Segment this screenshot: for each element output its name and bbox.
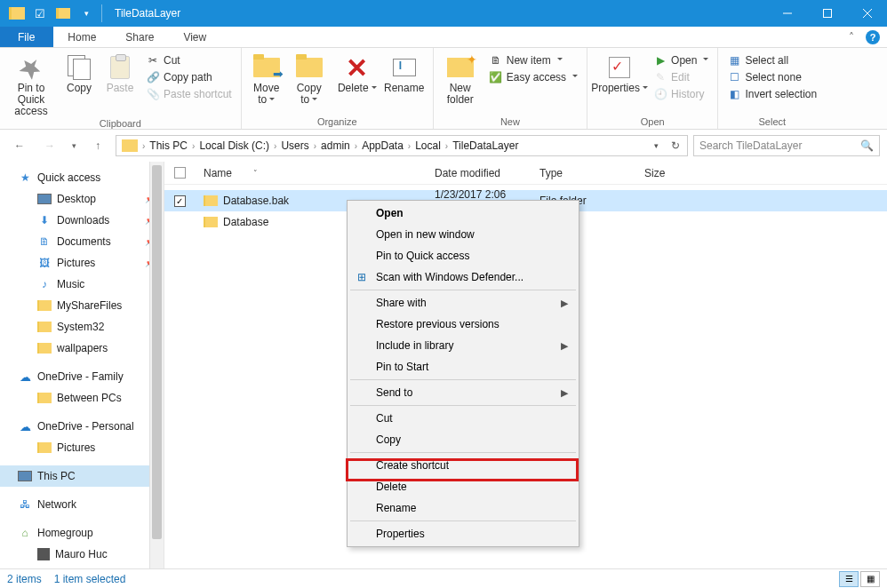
sidebar-item-mysharefiles[interactable]: MyShareFiles <box>0 295 164 316</box>
copy-path-button[interactable]: 🔗Copy path <box>146 70 232 84</box>
collapse-ribbon-icon[interactable]: ˄ <box>843 27 860 48</box>
column-header-size[interactable]: Size <box>635 162 698 184</box>
tab-share[interactable]: Share <box>111 27 169 47</box>
tab-file[interactable]: File <box>0 27 53 47</box>
column-header-type[interactable]: Type <box>531 162 635 184</box>
view-details-button[interactable]: ☰ <box>839 571 859 587</box>
copy-to-button[interactable]: Copy to <box>288 50 331 106</box>
tab-home[interactable]: Home <box>53 27 111 47</box>
address-history-dropdown[interactable]: ▾ <box>646 136 666 155</box>
sidebar-item-system32[interactable]: System32 <box>0 316 164 338</box>
ctx-restore-previous[interactable]: Restore previous versions <box>349 314 577 335</box>
easy-access-button[interactable]: ✅Easy access <box>489 70 578 84</box>
ctx-pin-start[interactable]: Pin to Start <box>349 356 577 377</box>
sidebar-item-documents[interactable]: 🗎Documents📌 <box>0 231 164 252</box>
folder-icon <box>37 391 52 405</box>
header-checkbox[interactable] <box>164 167 195 179</box>
user-icon <box>37 548 50 560</box>
ctx-open-new-window[interactable]: Open in new window <box>349 224 577 245</box>
column-header-name[interactable]: Name˅ <box>195 162 426 184</box>
minimize-button[interactable] <box>767 0 807 27</box>
view-large-icons-button[interactable]: ▦ <box>860 571 880 587</box>
ctx-open[interactable]: Open <box>349 203 577 224</box>
qat-new-folder-icon[interactable] <box>52 1 75 26</box>
crumb-users[interactable]: Users <box>277 139 312 152</box>
paste-shortcut-button[interactable]: 📎Paste shortcut <box>146 87 232 101</box>
edit-button[interactable]: ✎Edit <box>653 70 708 84</box>
properties-button[interactable]: Properties <box>591 50 648 94</box>
ctx-scan-defender[interactable]: ⊞Scan with Windows Defender... <box>349 266 577 288</box>
help-button[interactable]: ? <box>864 27 882 48</box>
row-checkbox[interactable] <box>174 217 186 228</box>
group-label-select: Select <box>722 115 822 129</box>
ctx-cut[interactable]: Cut <box>349 408 577 429</box>
qat-folder-icon[interactable] <box>5 1 28 26</box>
ctx-pin-quick-access[interactable]: Pin to Quick access <box>349 245 577 266</box>
cut-button[interactable]: ✂Cut <box>146 53 232 68</box>
search-input[interactable]: Search TileDataLayer 🔍 <box>693 135 880 156</box>
crumb-admin[interactable]: admin <box>317 139 354 152</box>
delete-button[interactable]: ✕ Delete <box>335 50 380 94</box>
row-checkbox[interactable]: ✓ <box>174 195 186 207</box>
ctx-copy[interactable]: Copy <box>349 429 577 450</box>
ctx-create-shortcut[interactable]: Create shortcut <box>349 455 577 476</box>
invert-selection-button[interactable]: ◧Invert selection <box>727 87 817 101</box>
sidebar-item-pictures[interactable]: 🖼Pictures📌 <box>0 252 164 274</box>
select-none-button[interactable]: ☐Select none <box>727 70 817 84</box>
ctx-share-with[interactable]: Share with▶ <box>349 292 577 314</box>
paste-icon <box>110 56 130 79</box>
refresh-button[interactable]: ↻ <box>666 136 685 155</box>
rename-button[interactable]: Rename <box>380 50 429 94</box>
close-button[interactable] <box>847 0 887 27</box>
copy-button[interactable]: Copy <box>59 50 100 94</box>
select-all-button[interactable]: ▦Select all <box>727 53 817 68</box>
music-icon: ♪ <box>37 277 52 291</box>
sidebar-item-music[interactable]: ♪Music <box>0 274 164 295</box>
ctx-rename[interactable]: Rename <box>349 497 577 519</box>
pin-to-quick-access-button[interactable]: Pin to Quick access <box>4 50 59 117</box>
ctx-include-library[interactable]: Include in library▶ <box>349 335 577 356</box>
sidebar-onedrive-family[interactable]: ☁OneDrive - Family <box>0 366 164 387</box>
sidebar-homegroup[interactable]: ⌂Homegroup <box>0 522 164 544</box>
onedrive-icon: ☁ <box>18 419 32 433</box>
ctx-properties[interactable]: Properties <box>349 523 577 544</box>
recent-locations-dropdown[interactable]: ▾ <box>68 133 80 158</box>
sidebar-quick-access[interactable]: ★Quick access <box>0 167 164 188</box>
address-bar[interactable]: › This PC› Local Disk (C:)› Users› admin… <box>116 135 688 156</box>
path-icon: 🔗 <box>146 70 160 84</box>
sidebar-item-wallpapers[interactable]: wallpapers <box>0 338 164 359</box>
crumb-this-pc[interactable]: This PC <box>146 139 191 152</box>
open-button[interactable]: ▶Open <box>653 53 708 68</box>
sidebar-item-mauro[interactable]: Mauro Huc <box>0 544 164 565</box>
history-button[interactable]: 🕘History <box>653 87 708 101</box>
qat-properties-icon[interactable]: ☑ <box>28 1 52 26</box>
crumb-appdata[interactable]: AppData <box>358 139 407 152</box>
sidebar-item-downloads[interactable]: ⬇Downloads📌 <box>0 210 164 231</box>
column-header-date[interactable]: Date modified <box>426 162 531 184</box>
new-folder-button[interactable]: New folder <box>437 50 483 106</box>
crumb-local-disk[interactable]: Local Disk (C:) <box>196 139 273 152</box>
quick-access-icon: ★ <box>18 171 32 185</box>
sidebar-item-pictures-od[interactable]: Pictures <box>0 437 164 458</box>
crumb-tiledatalayer[interactable]: TileDataLayer <box>449 139 522 152</box>
ctx-send-to[interactable]: Send to▶ <box>349 382 577 403</box>
maximize-button[interactable] <box>807 0 847 27</box>
crumb-local[interactable]: Local <box>412 139 444 152</box>
new-item-button[interactable]: 🗎New item <box>489 53 578 68</box>
sidebar-scrollbar[interactable] <box>149 162 164 568</box>
forward-button[interactable]: → <box>37 133 62 158</box>
sidebar-this-pc[interactable]: This PC <box>0 465 164 487</box>
sidebar-item-desktop[interactable]: Desktop📌 <box>0 188 164 210</box>
sidebar-onedrive-personal[interactable]: ☁OneDrive - Personal <box>0 416 164 437</box>
up-button[interactable]: ↑ <box>85 133 110 158</box>
delete-icon: ✕ <box>346 52 368 83</box>
ctx-delete[interactable]: Delete <box>349 476 577 497</box>
qat-customize-dropdown[interactable]: ▾ <box>75 1 98 26</box>
paste-button[interactable]: Paste <box>100 50 140 94</box>
sidebar-network[interactable]: 🖧Network <box>0 494 164 515</box>
navigation-pane[interactable]: ★Quick access Desktop📌 ⬇Downloads📌 🗎Docu… <box>0 162 164 568</box>
sidebar-item-between-pcs[interactable]: Between PCs <box>0 387 164 409</box>
back-button[interactable]: ← <box>7 133 32 158</box>
tab-view[interactable]: View <box>169 27 221 47</box>
move-to-button[interactable]: Move to <box>245 50 288 106</box>
